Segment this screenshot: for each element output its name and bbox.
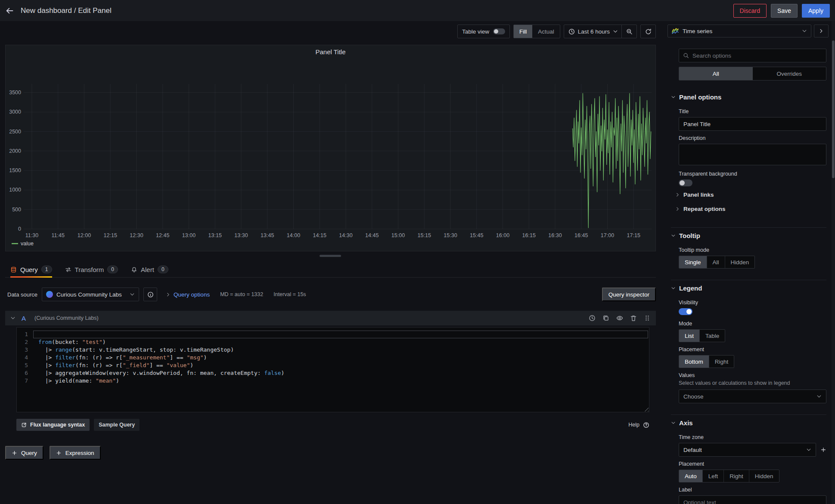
tooltip-mode-all[interactable]: All (707, 256, 725, 268)
query-ref-id[interactable]: A (22, 315, 26, 322)
transparent-background-label: Transparent background (679, 171, 826, 177)
section-tooltip: Tooltip Tooltip mode Single All Hidden (671, 227, 826, 273)
bell-icon (131, 266, 137, 273)
chevron-right-icon (675, 192, 680, 197)
axis-header[interactable]: Axis (671, 418, 826, 430)
external-link-icon (21, 422, 27, 428)
table-view-toggle[interactable] (493, 28, 505, 34)
eye-icon[interactable] (616, 315, 623, 322)
tab-query[interactable]: Query 1 (10, 262, 52, 277)
panel-options-header[interactable]: Panel options (671, 93, 826, 104)
legend-placement-right[interactable]: Right (709, 356, 734, 368)
description-textarea[interactable] (679, 144, 826, 165)
svg-text:15:15: 15:15 (418, 232, 431, 238)
datasource-help-button[interactable] (143, 288, 157, 301)
back-arrow-icon[interactable] (5, 6, 14, 15)
apply-button[interactable]: Apply (802, 4, 830, 18)
flux-syntax-label: Flux language syntax (30, 422, 85, 428)
svg-text:13:30: 13:30 (234, 232, 248, 238)
legend-mode-list[interactable]: List (679, 330, 699, 342)
timezone-select[interactable]: Default (679, 443, 816, 457)
visibility-label: Visibility (679, 300, 826, 306)
axis-placement-hidden[interactable]: Hidden (749, 470, 779, 482)
visualization-name: Time series (683, 28, 798, 34)
axis-placement-left[interactable]: Left (702, 470, 724, 482)
transform-icon (65, 266, 71, 273)
legend-placement-bottom[interactable]: Bottom (679, 356, 709, 368)
scrollbar-thumb[interactable] (832, 40, 835, 178)
axis-placement-right[interactable]: Right (723, 470, 749, 482)
filter-all-tab[interactable]: All (679, 67, 753, 80)
tooltip-mode-single[interactable]: Single (679, 256, 707, 268)
tooltip-header[interactable]: Tooltip (671, 231, 826, 243)
search-icon (683, 53, 689, 59)
table-view-label: Table view (462, 28, 489, 35)
axis-label-input[interactable] (679, 495, 826, 504)
add-query-button[interactable]: Query (5, 446, 43, 460)
query-options-toggle[interactable]: Query options (166, 291, 210, 298)
tab-alert[interactable]: Alert 0 (131, 262, 168, 277)
query-options-label: Query options (174, 291, 210, 298)
options-search[interactable] (679, 49, 826, 62)
collapse-options-button[interactable] (814, 25, 829, 37)
flux-code-editor[interactable]: 1234567 from(bucket: "test") |> range(st… (16, 327, 649, 412)
svg-text:12:30: 12:30 (130, 232, 143, 238)
code-area[interactable]: from(bucket: "test") |> range(start: v.t… (33, 328, 649, 412)
legend-values-placeholder: Choose (683, 393, 704, 400)
zoom-out-icon[interactable] (622, 25, 636, 38)
tab-transform[interactable]: Transform 0 (65, 262, 118, 277)
svg-text:15:30: 15:30 (444, 232, 457, 238)
axis-placement-auto[interactable]: Auto (679, 470, 702, 482)
time-picker-group: Last 6 hours (564, 25, 637, 38)
legend-header[interactable]: Legend (671, 284, 826, 295)
datasource-name: Curious Community Labs (56, 291, 126, 298)
visualization-picker[interactable]: Time series (667, 25, 811, 37)
discard-button[interactable]: Discard (733, 4, 767, 18)
transparent-background-toggle[interactable] (679, 179, 692, 186)
tooltip-mode-group: Single All Hidden (679, 256, 755, 269)
panel-links-row[interactable]: Panel links (675, 188, 826, 202)
chevron-down-icon (802, 28, 807, 34)
add-timezone-icon[interactable] (820, 447, 826, 453)
legend-mode-group: List Table (679, 329, 725, 342)
drag-grip-icon[interactable] (644, 315, 651, 322)
title-label: Title (679, 108, 826, 114)
copy-icon[interactable] (602, 315, 609, 322)
trash-icon[interactable] (630, 315, 637, 322)
actual-option[interactable]: Actual (532, 25, 560, 38)
tab-query-label: Query (20, 266, 38, 273)
sample-query-button[interactable]: Sample Query (94, 419, 140, 431)
repeat-options-row[interactable]: Repeat options (675, 202, 826, 216)
refresh-icon[interactable] (641, 25, 655, 38)
svg-text:500: 500 (12, 207, 21, 213)
save-button[interactable]: Save (771, 4, 798, 18)
datasource-row: Data source Curious Community Labs Query… (5, 286, 656, 303)
query-inspector-button[interactable]: Query inspector (602, 288, 656, 301)
time-range-label[interactable]: Last 6 hours (578, 28, 610, 35)
fill-option[interactable]: Fill (514, 25, 532, 38)
description-label: Description (679, 135, 826, 141)
help-button[interactable]: Help (628, 422, 649, 428)
chevron-down-icon[interactable] (613, 29, 618, 34)
history-icon[interactable] (589, 315, 596, 322)
collapse-chevron-icon[interactable] (10, 315, 16, 321)
svg-text:14:15: 14:15 (313, 232, 326, 238)
chevron-down-icon (671, 95, 676, 99)
legend-visibility-toggle[interactable] (679, 308, 692, 315)
filter-overrides-tab[interactable]: Overrides (753, 67, 826, 80)
flux-syntax-button[interactable]: Flux language syntax (16, 419, 90, 431)
chevron-down-icon (671, 421, 676, 425)
legend-values-select[interactable]: Choose (679, 390, 826, 403)
panel-title-input[interactable] (679, 117, 826, 131)
svg-text:14:30: 14:30 (339, 232, 352, 238)
code-line: |> aggregateWindow(every: v.windowPeriod… (33, 369, 649, 377)
search-input[interactable] (692, 53, 822, 59)
add-expression-button[interactable]: Expression (50, 446, 101, 460)
legend-item[interactable]: value (21, 241, 34, 247)
splitter-grip[interactable] (320, 255, 341, 257)
datasource-picker[interactable]: Curious Community Labs (42, 288, 139, 301)
svg-text:11:30: 11:30 (25, 232, 38, 238)
tooltip-mode-hidden[interactable]: Hidden (725, 256, 755, 268)
legend-mode-table[interactable]: Table (699, 330, 725, 342)
editor-tabs: Query 1 Transform 0 Alert 0 (5, 262, 656, 278)
